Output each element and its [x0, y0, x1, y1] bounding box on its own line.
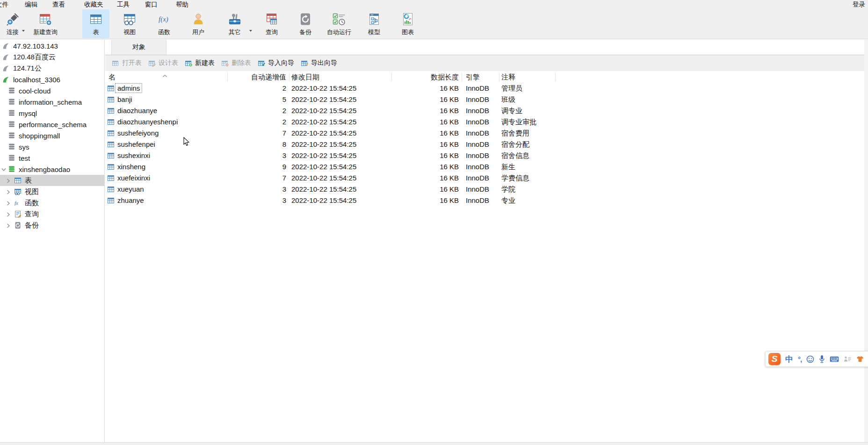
keyboard-icon[interactable] — [830, 356, 839, 362]
column-header-data-length[interactable]: 数据长度 — [391, 73, 460, 82]
table-row[interactable]: xuefeixinxi 7 2022-10-22 15:54:25 16 KB … — [105, 172, 864, 184]
tree-item[interactable]: 120.48百度云 — [0, 51, 104, 63]
table-name-cell[interactable]: diaozhuanye — [116, 106, 159, 115]
tree-item[interactable]: shoppingmall — [0, 130, 104, 141]
table-row[interactable]: diaozhuanye 2 2022-10-22 15:54:25 16 KB … — [105, 105, 864, 116]
tree-item[interactable]: 47.92.103.143 — [0, 40, 104, 51]
table-name-cell[interactable]: sushexinxi — [116, 151, 152, 160]
toolbar-others-button[interactable]: 其它 — [221, 9, 248, 38]
right-scrollbar-track[interactable] — [864, 40, 868, 442]
menu-file[interactable]: 文件 — [0, 0, 8, 8]
microphone-icon[interactable] — [819, 355, 825, 363]
table-name-cell[interactable]: sushefenpei — [116, 140, 157, 149]
menu-tools[interactable]: 工具 — [117, 0, 130, 8]
tree-item[interactable]: 124.71公 — [0, 63, 104, 74]
table-name-cell[interactable]: sushefeiyong — [116, 129, 160, 137]
punctuation-mode-icon[interactable]: °, — [798, 355, 802, 363]
chevron-down-icon[interactable] — [22, 30, 25, 32]
object-toolbar-button[interactable]: 新建表 — [185, 59, 215, 67]
table-row[interactable]: sushefeiyong 7 2022-10-22 15:54:25 16 KB… — [105, 128, 864, 139]
sogou-logo-icon[interactable]: S — [768, 353, 781, 365]
tree-expand-chevron-icon[interactable] — [2, 55, 7, 59]
column-header-engine[interactable]: 引擎 — [466, 73, 480, 82]
handwriting-icon[interactable] — [844, 356, 852, 362]
tree-expand-chevron-icon[interactable] — [1, 156, 6, 161]
tree-expand-chevron-icon[interactable] — [1, 89, 6, 93]
toolbar-view-button[interactable]: 视图 — [116, 9, 143, 38]
tree-expand-chevron-icon[interactable] — [1, 167, 6, 172]
toolbar-model-button[interactable]: 模型 — [361, 9, 388, 38]
skin-icon[interactable] — [856, 356, 864, 362]
menu-window[interactable]: 窗口 — [145, 0, 158, 8]
tree-item[interactable]: sys — [0, 141, 104, 152]
tree-item[interactable]: 视图 — [0, 186, 104, 197]
toolbar-automation-button[interactable]: 自动运行 — [323, 9, 355, 38]
object-toolbar-button[interactable]: 设计表 — [148, 59, 178, 67]
tree-expand-chevron-icon[interactable] — [2, 43, 7, 48]
object-toolbar-button[interactable]: 导出向导 — [301, 59, 337, 67]
column-header-comment[interactable]: 注释 — [501, 73, 515, 82]
table-row[interactable]: admins 2 2022-10-22 15:54:25 16 KB InnoD… — [105, 83, 864, 94]
table-name-cell[interactable]: banji — [116, 95, 134, 104]
table-name-cell[interactable]: xuefeixinxi — [116, 173, 152, 182]
chinese-mode-icon[interactable]: 中 — [785, 354, 793, 365]
tree-item[interactable]: 备份 — [0, 220, 104, 231]
tree-item[interactable]: localhost_3306 — [0, 74, 104, 85]
tree-item[interactable]: xinshengbaodao — [0, 164, 104, 175]
tree-expand-chevron-icon[interactable] — [7, 212, 11, 217]
object-toolbar-button[interactable]: 导入向导 — [258, 59, 294, 67]
column-divider[interactable] — [555, 72, 556, 81]
table-name-cell[interactable]: xueyuan — [116, 185, 146, 194]
table-row[interactable]: xinsheng 9 2022-10-22 15:54:25 16 KB Inn… — [105, 161, 864, 172]
table-name-cell[interactable]: zhuanye — [116, 196, 146, 205]
table-row[interactable]: sushefenpei 8 2022-10-22 15:54:25 16 KB … — [105, 139, 864, 150]
column-divider[interactable] — [499, 72, 499, 81]
chevron-down-icon[interactable] — [249, 30, 252, 32]
table-name-cell[interactable]: admins — [116, 84, 142, 93]
table-row[interactable]: banji 5 2022-10-22 15:54:25 16 KB InnoDB… — [105, 94, 864, 105]
toolbar-connection-button[interactable]: 连接 — [0, 9, 25, 38]
tree-item[interactable]: fx 函数 — [0, 197, 104, 208]
column-divider[interactable] — [462, 72, 462, 81]
tree-item[interactable]: mysql — [0, 108, 104, 119]
object-toolbar-button[interactable]: 删除表 — [221, 59, 251, 67]
toolbar-chart-button[interactable]: 图表 — [394, 9, 421, 38]
tree-expand-chevron-icon[interactable] — [1, 111, 6, 116]
column-header-auto-increment[interactable]: 自动递增值 — [227, 73, 287, 82]
column-header-modified-date[interactable]: 修改日期 — [291, 73, 319, 82]
emoji-icon[interactable] — [806, 355, 814, 363]
column-divider[interactable] — [391, 72, 392, 81]
tab-objects[interactable]: 对象 — [111, 40, 166, 55]
toolbar-table-button[interactable]: 表 — [82, 9, 109, 38]
toolbar-function-button[interactable]: f(x) 函数 — [151, 9, 178, 38]
column-divider[interactable] — [289, 72, 289, 81]
table-row[interactable]: zhuanye 3 2022-10-22 15:54:25 16 KB Inno… — [105, 195, 864, 206]
table-name-cell[interactable]: diaozhuanyeshenpi — [116, 117, 180, 126]
table-row[interactable]: xueyuan 3 2022-10-22 15:54:25 16 KB Inno… — [105, 184, 864, 195]
toolbar-backup-button[interactable]: 备份 — [292, 9, 319, 38]
object-toolbar-button[interactable]: 打开表 — [112, 59, 142, 67]
table-name-cell[interactable]: xinsheng — [116, 162, 147, 171]
tree-expand-chevron-icon[interactable] — [7, 190, 11, 194]
tree-expand-chevron-icon[interactable] — [2, 66, 7, 71]
tree-item[interactable]: test — [0, 152, 104, 164]
tree-expand-chevron-icon[interactable] — [1, 122, 6, 127]
tree-expand-chevron-icon[interactable] — [1, 134, 6, 138]
tree-expand-chevron-icon[interactable] — [7, 201, 11, 206]
menu-favorites[interactable]: 收藏夹 — [84, 0, 103, 8]
menu-view[interactable]: 查看 — [52, 0, 65, 8]
login-link[interactable]: 登录 — [853, 0, 865, 8]
tree-expand-chevron-icon[interactable] — [7, 179, 11, 183]
tree-item[interactable]: 查询 — [0, 208, 104, 220]
table-row[interactable]: diaozhuanyeshenpi 2 2022-10-22 15:54:25 … — [105, 116, 864, 128]
tree-item[interactable]: information_schema — [0, 96, 104, 108]
tree-expand-chevron-icon[interactable] — [2, 77, 7, 82]
menu-edit[interactable]: 编辑 — [25, 0, 37, 8]
menu-help[interactable]: 帮助 — [176, 0, 188, 8]
tree-item[interactable]: cool-cloud — [0, 85, 104, 96]
toolbar-user-button[interactable]: 用户 — [185, 9, 212, 38]
table-row[interactable]: sushexinxi 3 2022-10-22 15:54:25 16 KB I… — [105, 150, 864, 161]
tree-expand-chevron-icon[interactable] — [1, 100, 6, 105]
tree-expand-chevron-icon[interactable] — [1, 145, 6, 150]
toolbar-new-query-button[interactable]: 新建查询 — [27, 9, 64, 38]
